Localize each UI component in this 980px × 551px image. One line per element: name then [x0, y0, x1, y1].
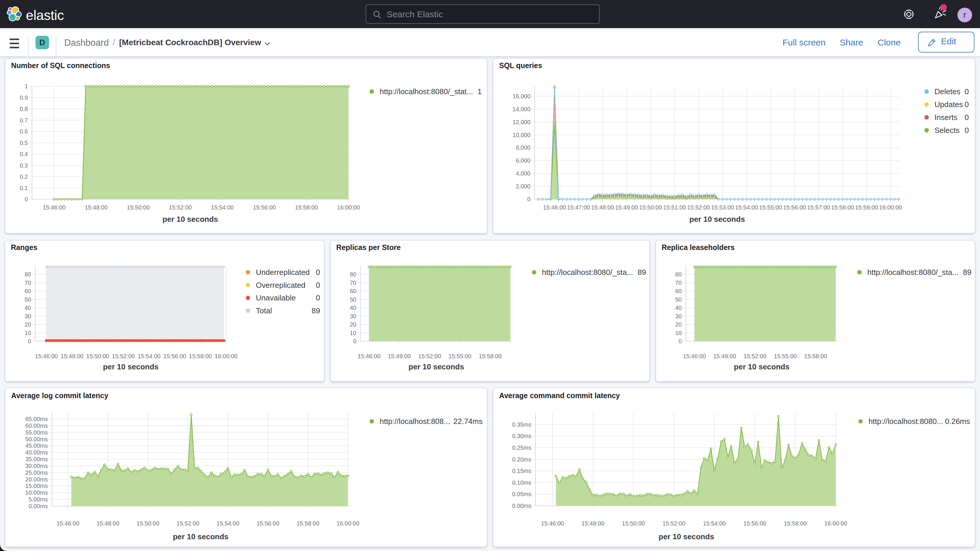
svg-text:1: 1 [25, 83, 28, 89]
svg-text:per 10 seconds: per 10 seconds [409, 362, 464, 371]
svg-text:SQL queries: SQL queries [499, 61, 542, 70]
svg-text:0.25ms: 0.25ms [512, 444, 531, 451]
svg-text:40: 40 [675, 304, 682, 311]
svg-text:per 10 seconds: per 10 seconds [659, 532, 714, 541]
svg-text:0.15ms: 0.15ms [512, 468, 531, 474]
svg-text:Updates: Updates [934, 100, 963, 109]
svg-text:Total: Total [256, 306, 272, 315]
svg-text:20: 20 [675, 321, 682, 328]
svg-text:0: 0 [25, 196, 28, 202]
svg-text:89: 89 [963, 268, 972, 277]
svg-text:15:52:00: 15:52:00 [687, 204, 710, 211]
svg-text:50: 50 [25, 296, 31, 303]
svg-text:Replicas per Store: Replicas per Store [336, 243, 401, 252]
svg-text:4,000: 4,000 [516, 170, 530, 177]
svg-text:15:49:00: 15:49:00 [388, 353, 411, 360]
svg-text:20.00ms: 20.00ms [25, 476, 48, 483]
svg-text:15:54:00: 15:54:00 [216, 520, 239, 527]
svg-text:15:49:00: 15:49:00 [713, 353, 736, 360]
svg-text:15:54:00: 15:54:00 [735, 204, 758, 211]
svg-text:0: 0 [965, 100, 969, 109]
svg-text:10,000: 10,000 [512, 132, 530, 138]
svg-text:0.4: 0.4 [20, 151, 28, 157]
svg-text:0.00ms: 0.00ms [512, 503, 531, 509]
svg-text:89: 89 [312, 306, 320, 315]
svg-text:10: 10 [350, 330, 356, 336]
svg-text:15:48:00: 15:48:00 [61, 353, 84, 360]
svg-text:0.9: 0.9 [20, 94, 28, 101]
svg-text:15:58:00: 15:58:00 [296, 520, 319, 527]
svg-text:16:00:00: 16:00:00 [879, 204, 902, 211]
svg-text:15:46:00: 15:46:00 [683, 353, 706, 360]
svg-text:per 10 seconds: per 10 seconds [689, 215, 745, 224]
svg-text:15:58:00: 15:58:00 [189, 353, 212, 360]
svg-text:15:56:00: 15:56:00 [256, 520, 279, 527]
svg-text:15:54:00: 15:54:00 [703, 520, 726, 527]
svg-text:Deletes: Deletes [934, 87, 960, 96]
svg-text:per 10 seconds: per 10 seconds [734, 362, 789, 371]
svg-text:per 10 seconds: per 10 seconds [103, 362, 158, 371]
svg-text:0.05ms: 0.05ms [512, 491, 531, 497]
svg-text:15:48:00: 15:48:00 [582, 520, 605, 527]
svg-text:15:56:00: 15:56:00 [164, 353, 186, 360]
svg-text:http://localhost:8080/_sta...: http://localhost:8080/_sta... [542, 268, 633, 277]
svg-text:0: 0 [527, 196, 530, 202]
svg-text:15:55:00: 15:55:00 [774, 353, 797, 360]
svg-text:15:52:00: 15:52:00 [418, 353, 441, 360]
svg-text:Average command commit latency: Average command commit latency [499, 392, 620, 400]
svg-text:40.00ms: 40.00ms [25, 449, 48, 455]
svg-text:70: 70 [350, 280, 356, 286]
svg-text:14,000: 14,000 [512, 106, 530, 112]
svg-text:15:55:00: 15:55:00 [759, 204, 782, 211]
svg-text:15:56:00: 15:56:00 [783, 204, 806, 211]
svg-text:0.5: 0.5 [20, 140, 28, 146]
svg-text:15:50:00: 15:50:00 [622, 520, 645, 527]
svg-text:http://localhost:8080/_stat...: http://localhost:8080/_stat... [380, 87, 473, 96]
svg-text:0: 0 [965, 126, 969, 135]
svg-text:15:52:00: 15:52:00 [112, 353, 135, 360]
svg-text:30: 30 [675, 313, 682, 320]
svg-text:15:58:00: 15:58:00 [479, 353, 502, 360]
svg-text:15:48:00: 15:48:00 [85, 204, 108, 211]
svg-text:15:46:00: 15:46:00 [358, 353, 380, 360]
svg-text:80: 80 [25, 271, 31, 277]
svg-text:15:58:00: 15:58:00 [804, 353, 827, 360]
svg-text:16,000: 16,000 [512, 93, 530, 99]
svg-text:0.8: 0.8 [20, 106, 28, 112]
svg-text:15:46:00: 15:46:00 [35, 353, 58, 360]
svg-text:15:58:00: 15:58:00 [295, 204, 318, 211]
svg-text:12,000: 12,000 [512, 119, 530, 125]
svg-text:15:48:00: 15:48:00 [97, 520, 119, 527]
svg-text:15:46:00: 15:46:00 [57, 520, 80, 527]
svg-text:Average log commit latency: Average log commit latency [11, 392, 108, 400]
svg-text:20: 20 [25, 321, 31, 328]
svg-text:0.00ms: 0.00ms [29, 503, 48, 510]
svg-text:15:46:00: 15:46:00 [541, 520, 564, 527]
svg-text:0: 0 [353, 338, 356, 344]
svg-text:0: 0 [678, 338, 682, 344]
svg-text:0.35ms: 0.35ms [512, 421, 531, 428]
svg-text:16:00:00: 16:00:00 [215, 353, 238, 360]
svg-text:15:49:00: 15:49:00 [615, 204, 638, 211]
svg-text:per 10 seconds: per 10 seconds [162, 215, 218, 224]
svg-text:15:58:00: 15:58:00 [784, 520, 807, 527]
svg-text:60: 60 [675, 288, 682, 294]
svg-text:30.00ms: 30.00ms [25, 463, 48, 469]
svg-text:10.00ms: 10.00ms [25, 489, 48, 496]
svg-text:0.2: 0.2 [20, 174, 28, 180]
svg-text:Inserts: Inserts [934, 113, 958, 122]
svg-text:0.3: 0.3 [20, 162, 28, 169]
svg-text:22.74ms: 22.74ms [453, 417, 483, 426]
svg-text:50: 50 [350, 296, 356, 303]
svg-text:http://localhost:8080...: http://localhost:8080... [869, 417, 943, 426]
svg-text:40: 40 [25, 304, 31, 311]
svg-text:Selects: Selects [934, 126, 959, 135]
svg-text:Replica leaseholders: Replica leaseholders [662, 243, 735, 252]
svg-text:15:50:00: 15:50:00 [137, 520, 159, 527]
svg-text:45.00ms: 45.00ms [25, 443, 48, 449]
svg-text:15:52:00: 15:52:00 [169, 204, 192, 211]
svg-text:15:56:00: 15:56:00 [743, 520, 767, 527]
svg-text:60: 60 [350, 288, 356, 294]
svg-text:15:56:00: 15:56:00 [253, 204, 276, 211]
svg-text:10: 10 [25, 330, 31, 336]
